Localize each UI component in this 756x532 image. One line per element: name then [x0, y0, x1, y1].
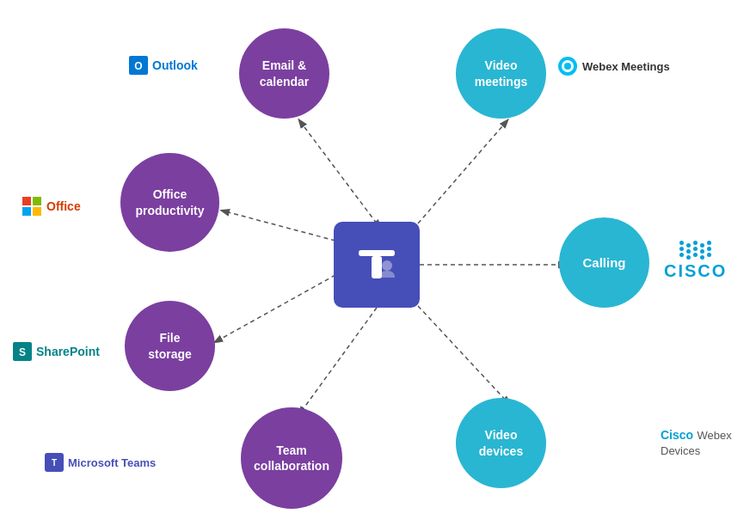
svg-point-10 — [382, 260, 392, 271]
webex-meetings-label: Webex Meetings — [582, 60, 670, 73]
diagram: Email &calendar Officeproductivity Files… — [0, 0, 756, 532]
webex-meetings-brand: Webex Meetings — [557, 56, 670, 76]
svg-line-0 — [299, 120, 377, 223]
msteams-brand-label: Microsoft Teams — [68, 456, 156, 469]
svg-line-4 — [418, 120, 507, 223]
outlook-label: Outlook — [152, 58, 198, 72]
outlook-icon: O — [129, 56, 148, 75]
svg-rect-14 — [33, 197, 41, 205]
teams-center-box — [334, 222, 420, 308]
svg-line-2 — [215, 275, 335, 342]
office-brand: Office — [22, 196, 81, 217]
office-label: Office — [46, 199, 81, 213]
svg-rect-13 — [22, 197, 31, 205]
office-icon — [22, 196, 42, 217]
video-meetings-node: Videomeetings — [456, 28, 546, 119]
sharepoint-icon: S — [13, 342, 32, 361]
svg-line-3 — [299, 308, 377, 414]
cisco-brand: CISCO — [664, 241, 727, 281]
email-calendar-label: Email &calendar — [260, 58, 310, 89]
video-devices-label: Videodevices — [479, 427, 523, 458]
outlook-brand: O Outlook — [129, 56, 198, 75]
svg-line-6 — [418, 306, 509, 404]
office-productivity-label: Officeproductivity — [135, 187, 204, 217]
calling-node: Calling — [559, 217, 649, 308]
svg-rect-15 — [22, 207, 31, 216]
svg-text:T: T — [52, 458, 57, 468]
video-devices-node: Videodevices — [456, 398, 546, 488]
cisco-webex-devices-cisco: Cisco — [661, 428, 693, 442]
calling-label: Calling — [582, 254, 625, 272]
file-storage-node: Filestorage — [125, 301, 215, 391]
msteams-brand-icon: T — [45, 453, 64, 472]
cisco-webex-devices-webex: Webex — [698, 429, 732, 442]
cisco-webex-devices-devices: Devices — [661, 444, 700, 457]
team-collaboration-label: Teamcollaboration — [254, 443, 329, 474]
cisco-label: CISCO — [664, 261, 727, 281]
video-meetings-label: Videomeetings — [475, 58, 527, 89]
svg-text:O: O — [134, 60, 142, 72]
sharepoint-brand: S SharePoint — [13, 342, 100, 361]
teams-logo-icon — [347, 235, 407, 295]
team-collaboration-node: Teamcollaboration — [241, 407, 342, 509]
svg-text:S: S — [19, 346, 26, 358]
svg-point-23 — [564, 63, 571, 70]
svg-rect-8 — [359, 250, 395, 256]
msteams-brand: T Microsoft Teams — [45, 453, 156, 472]
file-storage-label: Filestorage — [148, 330, 192, 361]
svg-line-1 — [222, 211, 335, 241]
webex-meetings-icon — [557, 56, 578, 76]
cisco-webex-devices-brand: Cisco Webex Devices — [661, 427, 732, 458]
cisco-logo-dots — [679, 241, 711, 260]
email-calendar-node: Email &calendar — [239, 28, 329, 119]
sharepoint-label: SharePoint — [36, 345, 100, 358]
svg-rect-16 — [33, 207, 41, 216]
office-productivity-node: Officeproductivity — [120, 153, 219, 252]
